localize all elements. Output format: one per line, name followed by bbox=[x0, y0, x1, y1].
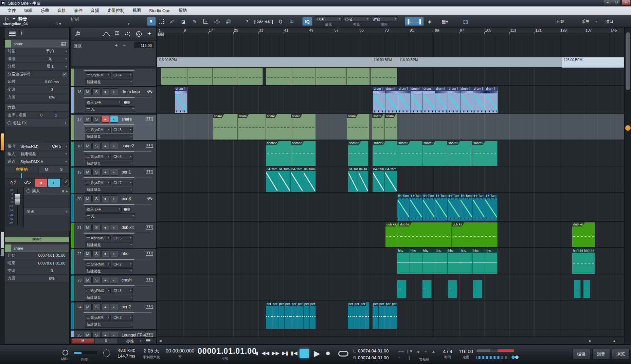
clip-84-Tam[interactable]: 84-Tam bbox=[410, 194, 422, 221]
mute-button[interactable]: M bbox=[84, 250, 92, 257]
global-mute-button[interactable]: M bbox=[72, 339, 94, 343]
clip-per[interactable]: per bbox=[391, 302, 397, 329]
clip-84-Tam[interactable]: 84-Tam bbox=[291, 167, 303, 192]
clip-crash[interactable]: crash bbox=[422, 280, 432, 298]
iq-button[interactable]: IQ bbox=[302, 17, 312, 26]
hand-tool-icon[interactable]: ✦ bbox=[12, 16, 16, 21]
output-device-select[interactable]: Konakt5 bbox=[85, 235, 111, 241]
timebase-dropdown[interactable]: 小节 时基 bbox=[343, 16, 370, 26]
io-row-通道[interactable]: 通道StylusRMX A▾ bbox=[5, 158, 69, 166]
inspector-row-时基[interactable]: 时基节拍▾ bbox=[5, 48, 69, 55]
clip-hhc[interactable]: hhc bbox=[435, 249, 448, 274]
time-display-button[interactable] bbox=[62, 179, 69, 187]
clip-per[interactable]: per bbox=[285, 302, 291, 329]
play-button[interactable]: ▶ bbox=[314, 349, 320, 358]
solo-button[interactable]: S bbox=[92, 304, 101, 310]
solo-button[interactable]: S bbox=[92, 277, 101, 284]
record-arm-button[interactable]: ● bbox=[101, 169, 109, 176]
tracks-canvas[interactable]: drum ldrum ldrum ldrum ldrum ldrum ldrum… bbox=[157, 68, 624, 344]
monitor-button[interactable]: ◐ bbox=[110, 224, 118, 231]
track-row-17[interactable]: 17 M S ● ◐ snareStysRM CH 5新建键盘 bbox=[71, 115, 156, 141]
monitor-button[interactable]: ◐ bbox=[110, 88, 118, 95]
track-transform-icon[interactable]: ❙⋙ bbox=[254, 17, 263, 26]
scroll-right-icon[interactable]: ▶ bbox=[589, 339, 592, 343]
track-volume-line[interactable] bbox=[84, 70, 134, 71]
gain-value[interactable]: -0.2 bbox=[5, 181, 20, 185]
inspector-row-结束[interactable]: 结束00078.01.01.00 bbox=[5, 259, 69, 267]
clip-g15[interactable] bbox=[213, 68, 237, 85]
record-arm-button[interactable]: ● bbox=[101, 224, 109, 231]
menu-item-音频[interactable]: 音频 bbox=[87, 6, 103, 15]
position-display[interactable]: 00001.01.01.00 小节 bbox=[198, 347, 252, 361]
mute-tool-button[interactable]: m bbox=[201, 17, 210, 26]
inspector-row-分层[interactable]: 分层层 1▾ bbox=[5, 63, 69, 71]
vertical-scrollbar[interactable] bbox=[624, 28, 631, 344]
clip-84-Ta[interactable]: 84-Ta bbox=[358, 167, 368, 192]
clip-84-Tam[interactable]: 84-Tam bbox=[460, 194, 473, 221]
keyboard-input-select[interactable]: 新建键盘 bbox=[85, 79, 133, 85]
track-volume-line[interactable] bbox=[84, 97, 134, 98]
rewind-button[interactable]: ◀◀ bbox=[262, 350, 269, 356]
clip-snare[interactable]: snare bbox=[266, 114, 291, 140]
inspector-row-力度[interactable]: 力度0% bbox=[5, 275, 69, 283]
record-arm-button[interactable]: ● bbox=[101, 332, 109, 338]
clip-snare2[interactable]: snare2 bbox=[348, 141, 368, 166]
track-volume-line[interactable] bbox=[84, 204, 134, 205]
clip-hhc[interactable]: hhc bbox=[397, 249, 410, 274]
page-project-button[interactable]: 项目 bbox=[605, 19, 613, 24]
punch-icon[interactable]: -❙- bbox=[406, 356, 412, 360]
solo-button[interactable]: S bbox=[92, 143, 101, 149]
monitor-button[interactable]: ◐ bbox=[110, 169, 118, 176]
clip-drum l[interactable]: drum l bbox=[398, 87, 411, 113]
clip-crash[interactable]: crash bbox=[473, 280, 482, 298]
track-row-partial[interactable]: StysRM CH 4新建键盘 bbox=[71, 69, 156, 87]
record-arm-button[interactable]: ● bbox=[101, 195, 109, 202]
hamburger-icon[interactable] bbox=[9, 32, 16, 36]
autoscroll-buttons[interactable]: ▐← →▌ bbox=[405, 17, 424, 26]
split-tool-button[interactable]: ◁▷ bbox=[213, 17, 221, 26]
input-select[interactable]: 输入 L+R bbox=[85, 99, 122, 106]
clip-per[interactable]: per bbox=[310, 302, 316, 329]
clip-84-Tam[interactable]: 84-Tam bbox=[397, 194, 410, 221]
record-arm-button[interactable]: ● bbox=[101, 304, 109, 310]
record-arm-button[interactable]: ● bbox=[101, 116, 109, 123]
monitor-button[interactable]: ◐ bbox=[110, 250, 118, 257]
track-row-22[interactable]: 22 M S ● ◐ hhoStyRMX CH 2新建键盘 bbox=[71, 249, 156, 275]
clip-84-Tam[interactable]: 84-Tam bbox=[422, 194, 435, 221]
fx-select[interactable]: 无 bbox=[85, 213, 135, 219]
wrench-icon[interactable] bbox=[74, 31, 81, 37]
pencil-tool-button[interactable]: ✎ bbox=[190, 17, 199, 26]
dock-tab-2[interactable] bbox=[1, 249, 4, 256]
info-icon[interactable]: i bbox=[21, 30, 22, 36]
clip-84-Tam[interactable]: 84-Tam bbox=[485, 194, 498, 221]
monitor-button[interactable]: ◐ bbox=[110, 304, 118, 310]
channel-mute-button[interactable]: M bbox=[39, 166, 54, 173]
add-track-icon[interactable]: + bbox=[147, 30, 151, 38]
maximize-button[interactable]: ❐ bbox=[612, 0, 621, 5]
clip-hhc[interactable]: hhc bbox=[473, 249, 485, 274]
clip-cras[interactable]: cras bbox=[574, 280, 581, 298]
performance-meter[interactable] bbox=[73, 351, 97, 354]
clip-snare[interactable]: snare bbox=[291, 114, 316, 140]
add-insert-icon[interactable]: ▾ + bbox=[62, 188, 68, 194]
snap-dropdown[interactable]: 适度 吸附 bbox=[371, 16, 398, 26]
io-row-输出[interactable]: 输出StylusRM)CH 5▾ bbox=[5, 143, 69, 150]
mute-button[interactable]: M bbox=[84, 277, 92, 284]
inspector-track-header[interactable]: snare bbox=[5, 40, 69, 48]
clip-drum l[interactable]: drum l bbox=[448, 87, 461, 113]
wrench-small-icon[interactable]: ⌁ bbox=[398, 356, 400, 360]
clip-g15[interactable] bbox=[187, 68, 213, 85]
clip-cras[interactable]: cras bbox=[583, 280, 590, 298]
inspector-row-力度[interactable]: 力度0% bbox=[5, 93, 69, 101]
clip-per[interactable]: per bbox=[385, 302, 391, 329]
output-device-select[interactable]: StysRM bbox=[85, 154, 111, 160]
clip-hhc[interactable]: hhc bbox=[410, 249, 422, 274]
channel-select[interactable]: CH 6 bbox=[112, 154, 133, 160]
monitor-button[interactable]: ◐ bbox=[110, 143, 118, 149]
menu-item-帮助[interactable]: 帮助 bbox=[175, 6, 191, 15]
mix-view-button[interactable]: 混音 bbox=[592, 349, 610, 360]
track-list-menu-icon[interactable] bbox=[146, 339, 150, 343]
clip-drum l[interactable]: drum l bbox=[435, 87, 448, 113]
solo-button[interactable]: S bbox=[92, 116, 101, 123]
monitor-button[interactable]: ◐ bbox=[110, 277, 118, 284]
